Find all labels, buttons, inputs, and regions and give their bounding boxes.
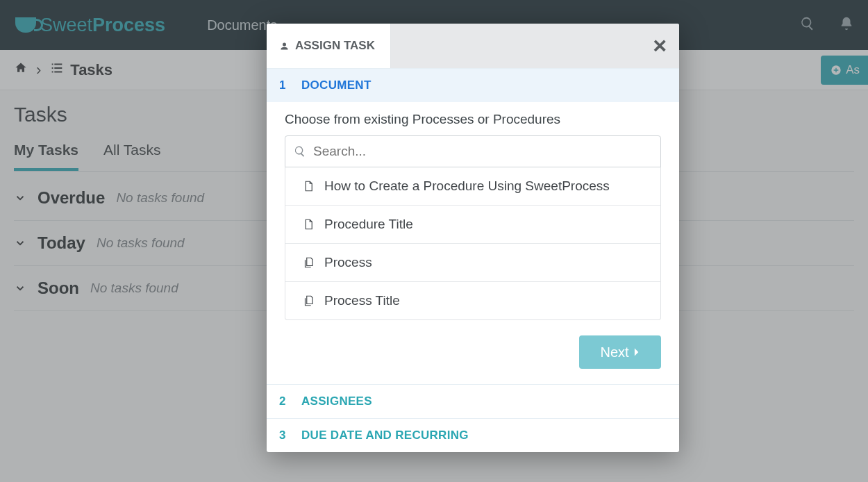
document-item[interactable]: How to Create a Procedure Using SweetPro… <box>285 167 660 205</box>
document-list: How to Create a Procedure Using SweetPro… <box>285 167 661 320</box>
step-document-body: Choose from existing Processes or Proced… <box>267 102 679 384</box>
chevron-right-icon <box>633 347 640 357</box>
step-assignees[interactable]: 2 ASSIGNEES <box>267 384 679 418</box>
person-icon <box>279 41 290 51</box>
step-document[interactable]: 1 DOCUMENT <box>267 68 679 102</box>
modal-header: ASSIGN TASK × <box>267 24 679 68</box>
file-icon <box>302 179 315 193</box>
assign-task-modal: ASSIGN TASK × 1 DOCUMENT Choose from exi… <box>267 24 679 452</box>
file-icon <box>302 217 315 231</box>
document-search[interactable] <box>285 135 661 167</box>
modal-tab-assign-task[interactable]: ASSIGN TASK <box>267 24 391 68</box>
next-button[interactable]: Next <box>579 335 661 369</box>
step-due-date[interactable]: 3 DUE DATE AND RECURRING <box>267 418 679 452</box>
files-icon <box>302 294 315 308</box>
document-item[interactable]: Procedure Title <box>285 205 660 243</box>
files-icon <box>302 256 315 269</box>
close-icon[interactable]: × <box>653 33 667 57</box>
document-item[interactable]: Process <box>285 243 660 281</box>
document-search-input[interactable] <box>313 144 652 159</box>
choose-label: Choose from existing Processes or Proced… <box>285 112 661 127</box>
search-icon <box>294 145 306 158</box>
document-item[interactable]: Process Title <box>285 281 660 319</box>
